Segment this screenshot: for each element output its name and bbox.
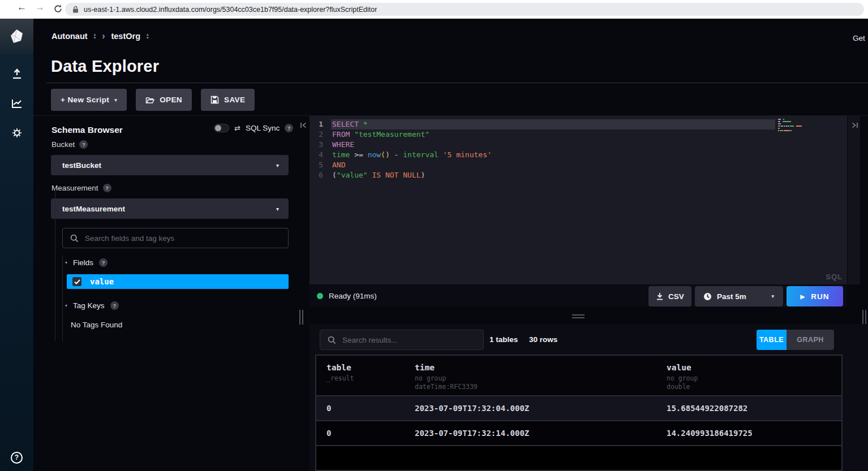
results-panel: 1 tables 30 rows TABLE GRAPH table _resu… <box>310 324 868 471</box>
tables-count: 1 tables <box>489 335 518 344</box>
line-number: 5 <box>310 160 331 170</box>
code-line[interactable]: 2FROM "testMeasurement" <box>310 129 847 140</box>
fields-label: Fields <box>73 258 93 267</box>
code-line[interactable]: 6("value" IS NOT NULL) <box>310 170 847 180</box>
code-text: WHERE <box>331 140 775 150</box>
status-ok-icon <box>317 293 323 299</box>
expand-panel-icon[interactable] <box>851 122 858 129</box>
chevron-down-icon: ▾ <box>276 162 279 168</box>
bucket-label-row: Bucket ? <box>51 140 88 149</box>
measurement-help-icon[interactable]: ? <box>103 184 111 192</box>
field-name: value <box>90 277 114 286</box>
table-cell: 15.68544922087282 <box>656 404 841 413</box>
indent-guide <box>62 255 63 341</box>
code-text: SELECT * <box>331 119 775 129</box>
code-line[interactable]: 5AND <box>310 160 847 170</box>
view-toggle-table[interactable]: TABLE <box>757 330 787 350</box>
schema-browser-heading: Schema Browser <box>51 125 123 135</box>
sql-sync-control: ⇄ SQL Sync ? <box>214 124 293 132</box>
code-text: AND <box>331 160 775 170</box>
tag-keys-tree-row[interactable]: ▾ Tag Keys ? <box>65 301 119 310</box>
code-line[interactable]: 4time >= now() - interval '5 minutes' <box>310 150 847 160</box>
bucket-help-icon[interactable]: ? <box>79 140 88 149</box>
sql-sync-help-icon[interactable]: ? <box>285 124 293 132</box>
sql-editor[interactable]: 1SELECT *2FROM "testMeasurement"3WHERE4t… <box>310 116 847 284</box>
column-header-value: value no groupdouble <box>656 356 841 395</box>
save-button[interactable]: SAVE <box>201 89 255 111</box>
measurement-value: testMeasurement <box>62 205 125 213</box>
right-rail <box>848 116 860 284</box>
load-data-nav-icon[interactable] <box>0 63 33 85</box>
code-text: FROM "testMeasurement" <box>331 129 775 140</box>
open-button[interactable]: OPEN <box>136 89 192 111</box>
run-label: RUN <box>811 292 829 301</box>
editor-minimap[interactable] <box>778 119 802 132</box>
column-header-time: time no groupdateTime:RFC3339 <box>405 356 656 395</box>
line-number: 3 <box>310 140 331 150</box>
code-line[interactable]: 3WHERE <box>310 140 847 150</box>
browser-reload-icon[interactable] <box>53 4 63 14</box>
rows-count: 30 rows <box>529 335 557 344</box>
results-search-input[interactable] <box>342 336 483 344</box>
address-bar[interactable]: us-east-1-1.aws.cloud2.influxdata.com/or… <box>65 3 864 16</box>
download-icon <box>656 292 664 300</box>
fields-help-icon[interactable]: ? <box>99 258 108 267</box>
results-table-body: 02023-07-09T17:32:04.000Z15.685449220872… <box>316 396 841 446</box>
field-item-value[interactable]: value <box>67 274 289 289</box>
left-resize-handle[interactable] <box>299 310 304 325</box>
open-label: OPEN <box>160 96 182 104</box>
org-switcher-icon[interactable]: ▴▾ <box>94 33 96 40</box>
bucket-dropdown[interactable]: testBucket ▾ <box>51 155 289 175</box>
help-nav-icon[interactable]: ? <box>0 446 33 469</box>
line-number: 2 <box>310 129 331 140</box>
browser-back-icon[interactable]: ← <box>17 2 27 13</box>
chevron-down-icon: ▾ <box>276 206 279 212</box>
measurement-label: Measurement <box>51 184 98 192</box>
browser-forward-icon[interactable]: → <box>35 2 45 13</box>
run-button[interactable]: ▶ RUN <box>787 286 843 306</box>
lock-icon <box>72 6 79 13</box>
new-script-button[interactable]: + New Script ▾ <box>51 89 127 111</box>
get-started-link[interactable]: Get <box>853 34 868 42</box>
time-range-dropdown[interactable]: Past 5m ▾ <box>695 286 783 306</box>
measurement-dropdown[interactable]: testMeasurement ▾ <box>51 198 289 219</box>
tag-keys-help-icon[interactable]: ? <box>110 301 119 310</box>
field-checkbox[interactable] <box>72 277 81 286</box>
code-line[interactable]: 1SELECT * <box>310 119 847 129</box>
line-number: 4 <box>310 150 331 160</box>
table-cell: 0 <box>316 429 405 438</box>
fields-tree-row[interactable]: ▾ Fields ? <box>65 258 108 267</box>
save-label: SAVE <box>224 96 245 104</box>
settings-nav-icon[interactable] <box>0 122 33 144</box>
language-badge: SQL <box>826 273 843 281</box>
chevron-down-icon[interactable]: ▾ <box>65 303 67 308</box>
table-cell: 2023-07-09T17:32:14.000Z <box>405 429 656 438</box>
minimap-line <box>778 123 802 125</box>
minimap-line <box>778 130 802 132</box>
data-explorer-nav-icon[interactable] <box>0 92 33 115</box>
breadcrumb-org[interactable]: Autonaut <box>51 32 88 41</box>
results-table: table _result time no groupdateTime:RFC3… <box>315 355 843 471</box>
sql-sync-toggle[interactable] <box>214 124 229 132</box>
view-toggle-graph[interactable]: GRAPH <box>787 330 834 350</box>
breadcrumb-sub-org[interactable]: testOrg <box>111 32 140 41</box>
csv-download-button[interactable]: CSV <box>648 286 691 306</box>
app: ? Autonaut ▴▾ › testOrg ▴▾ Get Data Expl… <box>0 19 868 471</box>
horizontal-resize-handle[interactable] <box>572 314 585 320</box>
right-resize-handle[interactable] <box>862 310 867 325</box>
chevron-down-icon: ▾ <box>771 293 774 299</box>
chevron-down-icon: ▾ <box>114 97 117 103</box>
schema-search-input[interactable] <box>85 234 288 243</box>
influxdb-logo[interactable] <box>0 19 33 54</box>
collapse-panel-icon[interactable] <box>300 122 307 129</box>
table-cell: 0 <box>316 404 405 413</box>
minimap-line <box>778 119 802 120</box>
sub-org-switcher-icon[interactable]: ▴▾ <box>147 33 149 40</box>
script-toolbar: + New Script ▾ OPEN SAVE <box>51 89 255 111</box>
chevron-down-icon[interactable]: ▾ <box>65 260 67 265</box>
breadcrumb: Autonaut ▴▾ › testOrg ▴▾ <box>51 31 149 41</box>
play-icon: ▶ <box>801 293 806 300</box>
page: ← → us-east-1-1.aws.cloud2.influxdata.co… <box>0 0 868 471</box>
table-cell: 2023-07-09T17:32:04.000Z <box>405 404 656 413</box>
save-icon <box>210 96 219 104</box>
